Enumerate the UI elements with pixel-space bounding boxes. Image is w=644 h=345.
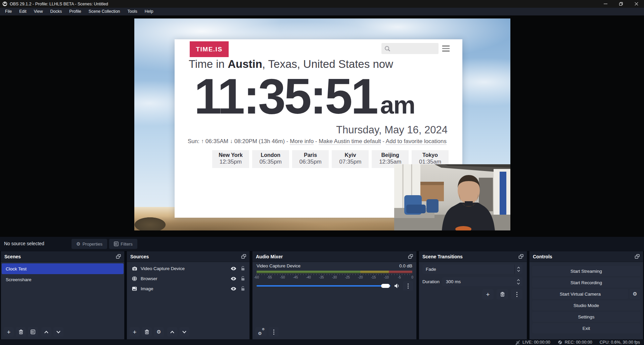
restore-button[interactable] (613, 0, 629, 8)
add-scene-button[interactable]: + (4, 327, 14, 337)
transition-menu-button[interactable] (511, 289, 522, 299)
virtual-camera-config-button[interactable]: ⚙ (630, 289, 640, 299)
volume-slider[interactable] (257, 281, 390, 291)
volume-slider-row (257, 281, 413, 291)
source-status-text: No source selected (4, 241, 44, 246)
tick-label: -35 (319, 275, 324, 279)
slider-handle[interactable] (381, 284, 390, 288)
lock-open-icon[interactable] (241, 266, 245, 271)
visibility-eye-icon[interactable] (231, 277, 236, 281)
world-clock-new-york[interactable]: New York 12:35pm (212, 150, 249, 168)
popout-button[interactable] (241, 254, 246, 259)
remove-transition-button[interactable] (497, 289, 508, 299)
start-recording-button[interactable]: Start Recording (532, 277, 640, 288)
properties-button[interactable]: ⚙ Properties (72, 239, 107, 249)
volume-meter (257, 271, 412, 273)
menu-view[interactable]: View (30, 8, 47, 15)
live-status: LIVE: 00:00:00 (515, 340, 550, 345)
add-favorite-link[interactable]: Add to favorite locations (386, 138, 447, 145)
move-source-down-button[interactable] (179, 327, 189, 337)
mixer-level-value: 0.0 dB (399, 263, 412, 268)
city-name: Beijing (372, 152, 409, 158)
scene-item-clock-test[interactable]: Clock Test (2, 263, 124, 274)
preview-canvas[interactable]: TIME.IS Time in Austin, Texas, United St… (134, 18, 510, 230)
tick-label: -40 (306, 275, 311, 279)
popout-button[interactable] (408, 254, 413, 259)
scenes-header: Scenes (1, 251, 124, 262)
slider-track[interactable] (257, 285, 390, 287)
popout-button[interactable] (518, 254, 523, 259)
menu-edit[interactable]: Edit (15, 8, 30, 15)
move-scene-down-button[interactable] (53, 327, 63, 337)
mixer-menu-button[interactable] (269, 327, 279, 337)
settings-button[interactable]: Settings (532, 312, 640, 322)
visibility-eye-icon[interactable] (231, 267, 236, 270)
city-name: London (252, 152, 289, 158)
source-item-video-capture[interactable]: Video Capture Device (128, 263, 249, 273)
city-time: 05:35pm (252, 159, 289, 165)
remove-source-button[interactable] (142, 327, 152, 337)
popout-button[interactable] (116, 254, 121, 259)
duration-spinner-arrows[interactable] (517, 277, 520, 286)
mixer-channel-row: Video Capture Device 0.0 dB (257, 263, 412, 268)
add-transition-button[interactable]: + (482, 289, 494, 299)
selected-source-toolbar: No source selected ⚙ Properties Filters (0, 237, 644, 251)
menu-file[interactable]: File (1, 8, 15, 15)
close-button[interactable] (629, 0, 644, 8)
menu-scene-collection[interactable]: Scene Collection (85, 8, 124, 15)
move-scene-up-button[interactable] (41, 327, 51, 337)
scene-filters-button[interactable] (28, 327, 38, 337)
transition-select-arrows[interactable] (514, 265, 522, 274)
search-input[interactable] (381, 43, 439, 54)
make-default-link[interactable]: Make Austin time default (319, 138, 381, 145)
menu-profile[interactable]: Profile (65, 8, 85, 15)
start-streaming-button[interactable]: Start Streaming (532, 266, 640, 276)
camera-icon (132, 266, 137, 271)
lock-open-icon[interactable] (241, 286, 245, 291)
transition-select[interactable]: Fade (422, 265, 522, 274)
advanced-audio-button[interactable]: ⚙ ⚙ (255, 327, 267, 337)
menu-docks[interactable]: Docks (47, 8, 66, 15)
speaker-icon[interactable] (394, 283, 400, 289)
scene-item-screenshare[interactable]: Screenshare (2, 274, 124, 285)
move-source-up-button[interactable] (167, 327, 177, 337)
sources-title: Sources (130, 254, 149, 259)
visibility-eye-icon[interactable] (231, 287, 236, 291)
webcam-overlay[interactable] (394, 164, 510, 230)
studio-mode-button[interactable]: Studio Mode (532, 300, 640, 310)
city-time: 12:35pm (212, 159, 249, 165)
tick-label: -55 (267, 275, 272, 279)
globe-icon (132, 276, 137, 281)
hamburger-menu-icon[interactable] (442, 45, 450, 53)
source-item-browser[interactable]: Browser (128, 273, 249, 284)
restore-icon (619, 2, 623, 6)
minimize-button[interactable] (598, 0, 613, 8)
source-properties-button[interactable]: ⚙ (154, 327, 164, 337)
mixer-channel-menu-button[interactable] (403, 281, 413, 291)
lock-open-icon[interactable] (241, 276, 245, 281)
tick-label: -10 (384, 275, 388, 279)
menu-tools[interactable]: Tools (124, 8, 141, 15)
world-clock-kyiv[interactable]: Kyiv 07:35pm (332, 150, 369, 168)
duration-input[interactable]: 300 ms (442, 277, 522, 286)
filters-button[interactable]: Filters (109, 239, 137, 249)
popout-button[interactable] (635, 254, 640, 259)
scenes-dock: Scenes Clock Test Screenshare + (1, 251, 125, 340)
add-source-button[interactable]: + (130, 327, 140, 337)
plus-icon: + (7, 329, 10, 335)
filters-icon (31, 330, 35, 334)
chevron-up-icon (44, 331, 49, 334)
world-clock-london[interactable]: London 05:35pm (252, 150, 289, 168)
remove-scene-button[interactable] (16, 327, 26, 337)
controls-buttons: Start Streaming Start Recording Start Vi… (532, 266, 640, 333)
source-item-image[interactable]: Image (128, 284, 249, 294)
start-virtual-camera-button[interactable]: Start Virtual Camera (532, 289, 628, 299)
preview-region: TIME.IS Time in Austin, Texas, United St… (0, 15, 644, 237)
world-clock-paris[interactable]: Paris 06:35pm (292, 150, 329, 168)
more-info-link[interactable]: More info (290, 138, 314, 145)
timeis-logo[interactable]: TIME.IS (190, 41, 229, 57)
menu-help[interactable]: Help (141, 8, 157, 15)
controls-title: Controls (533, 254, 552, 259)
chevron-up-icon (517, 267, 520, 269)
exit-button[interactable]: Exit (532, 323, 640, 333)
